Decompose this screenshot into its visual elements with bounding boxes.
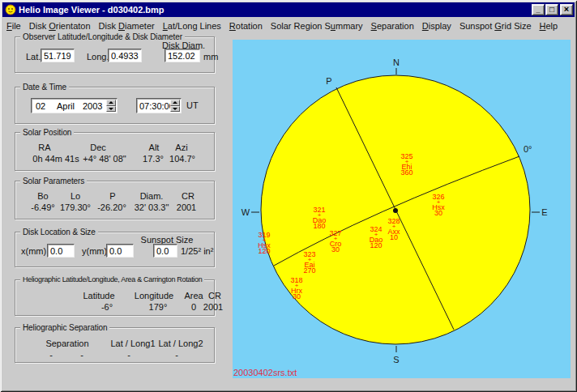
sunspot-label-319: 319+Hsx120 <box>258 231 271 255</box>
date-spin-up-button[interactable] <box>106 100 116 106</box>
menu-separation[interactable]: Separation <box>367 19 418 32</box>
group-heliographic: Heliographic Latitude/Longitude, Area & … <box>15 279 215 316</box>
bo-header: Bo <box>37 191 48 201</box>
pole-angle-label: P <box>326 76 331 86</box>
close-button[interactable]: × <box>560 4 573 15</box>
group-heliographic-title: Heliographic Latitude/Longitude, Area & … <box>20 275 204 283</box>
x-mm-label: x(mm) <box>21 246 46 256</box>
lo-header: Lo <box>71 191 80 201</box>
south-label: S <box>393 355 399 364</box>
date-month[interactable]: April <box>57 101 75 111</box>
p-value: -26.20° <box>97 202 126 212</box>
minimize-button[interactable]: _ <box>532 4 545 15</box>
separation-value-2: - <box>80 350 83 360</box>
lat-input[interactable] <box>41 49 75 62</box>
group-solar-parameters-title: Solar Parameters <box>20 177 87 185</box>
menu-bar: FileDisk OrientatonDisk DiameterLat/Long… <box>2 18 575 33</box>
sun-app-icon <box>5 4 16 15</box>
azi-header: Azi <box>175 143 187 152</box>
maximize-button[interactable]: □ <box>545 4 558 15</box>
ut-label: UT <box>186 100 199 110</box>
time-value[interactable]: 07:30:00 <box>139 101 174 111</box>
longitude-value: 179° <box>149 302 168 312</box>
zero-degree-label: 0° <box>524 144 532 154</box>
separation-value-1: - <box>49 350 53 360</box>
lo-value: 179.30° <box>60 202 91 212</box>
triangle-down-icon <box>109 108 113 110</box>
sunspot-label-323: 323+Eai270 <box>303 250 315 275</box>
disk-center-dot <box>393 208 398 213</box>
latlong2-header: Lat / Long2 <box>158 339 203 348</box>
group-separation: Heliographic Separation Separation Lat /… <box>15 327 215 363</box>
latlong1-header: Lat / Long1 <box>110 339 155 348</box>
menu-disk-orientaton[interactable]: Disk Orientaton <box>25 19 95 32</box>
group-solar-position: Solar Position RA Dec Alt Azi 0h 44m 41s… <box>15 132 215 171</box>
p-header: P <box>109 191 115 201</box>
alt-header: Alt <box>149 143 160 152</box>
azi-value: 104.7° <box>169 154 195 164</box>
disk-diam-unit: mm <box>203 52 218 62</box>
separation-header: Separation <box>45 339 88 348</box>
cr-value: 2001 <box>177 202 196 212</box>
y-mm-input[interactable] <box>106 244 134 258</box>
window-title: Helio Image Viewer - d030402.bmp <box>19 2 531 17</box>
north-label: N <box>393 58 400 67</box>
group-separation-title: Heliographic Separation <box>20 323 109 332</box>
x-mm-input[interactable] <box>47 244 75 258</box>
time-spin-down-button[interactable] <box>170 106 180 113</box>
date-year[interactable]: 2003 <box>83 101 102 111</box>
solar-disk-panel: N S W E P 0° 20030402srs.txt 325+Ehi3603… <box>233 40 571 378</box>
time-spin-up-button[interactable] <box>170 100 180 106</box>
sunspot-label-324: 324+Dao120 <box>370 225 383 249</box>
cr2-value: 2001 <box>203 302 223 312</box>
menu-display[interactable]: Display <box>418 19 455 32</box>
long-label: Long. <box>87 52 109 62</box>
lat-label: Lat. <box>26 52 41 62</box>
sunspot-label-321: 321+Dao180 <box>313 206 327 230</box>
triangle-up-icon <box>173 101 177 104</box>
east-label: E <box>541 207 547 217</box>
alt-value: 17.3° <box>143 154 164 164</box>
date-day[interactable]: 02 <box>36 101 45 111</box>
group-disk-location-title: Disk Location & Size <box>20 228 98 236</box>
group-observer: Observer Latitude/Longitude & Disk Diame… <box>15 36 215 73</box>
sunspot-size-input[interactable] <box>153 244 177 258</box>
sunspot-label-325: 325+Ehi360 <box>400 152 412 177</box>
latitude-header: Latitude <box>83 291 114 300</box>
latlong1-value: - <box>127 350 130 360</box>
date-spin-down-button[interactable] <box>106 106 116 113</box>
solar-disk-drawing: N S W E P 0° 20030402srs.txt 325+Ehi3603… <box>233 40 571 378</box>
menu-file[interactable]: File <box>2 19 25 32</box>
date-field[interactable]: 02 April 2003 <box>31 98 118 113</box>
menu-sunspot-grid-size[interactable]: Sunspot Grid Size <box>455 19 536 32</box>
menu-disk-diameter[interactable]: Disk Diameter <box>95 19 159 32</box>
diam-header: Diam. <box>140 191 164 201</box>
area-value: 0 <box>191 302 196 312</box>
menu-help[interactable]: Help <box>536 19 562 32</box>
group-datetime: Date & Time 02 April 2003 07:30:00 UT <box>15 87 215 124</box>
west-label: W <box>241 207 250 217</box>
group-solar-parameters: Solar Parameters Bo Lo P Diam. CR -6.49°… <box>15 181 215 219</box>
time-spinner[interactable] <box>170 100 180 112</box>
ra-header: RA <box>38 143 50 152</box>
title-bar[interactable]: Helio Image Viewer - d030402.bmp _ □ × <box>2 2 575 17</box>
menu-lat-long-lines[interactable]: Lat/Long Lines <box>159 19 225 32</box>
diam-value: 32' 03.3" <box>135 202 169 212</box>
group-disk-location: Disk Location & Size Sunspot Size x(mm) … <box>15 232 215 267</box>
longitude-header: Longitude <box>135 291 173 300</box>
long-input[interactable] <box>108 49 142 62</box>
bo-value: -6.49° <box>31 202 54 212</box>
triangle-down-icon <box>173 108 177 110</box>
menu-solar-region-summary[interactable]: Solar Region Summary <box>267 19 367 32</box>
date-spinner[interactable] <box>106 100 116 112</box>
time-field[interactable]: 07:30:00 <box>136 98 182 113</box>
menu-rotation[interactable]: Rotation <box>225 19 267 32</box>
y-mm-label: y(mm) <box>82 246 107 256</box>
cr-header: CR <box>182 191 194 201</box>
group-datetime-title: Date & Time <box>20 83 69 92</box>
area-header: Area <box>184 291 203 300</box>
group-solar-position-title: Solar Position <box>20 128 74 137</box>
cr2-header: CR <box>208 291 221 300</box>
disk-diam-input[interactable] <box>165 49 200 62</box>
latlong2-value: - <box>175 350 178 360</box>
